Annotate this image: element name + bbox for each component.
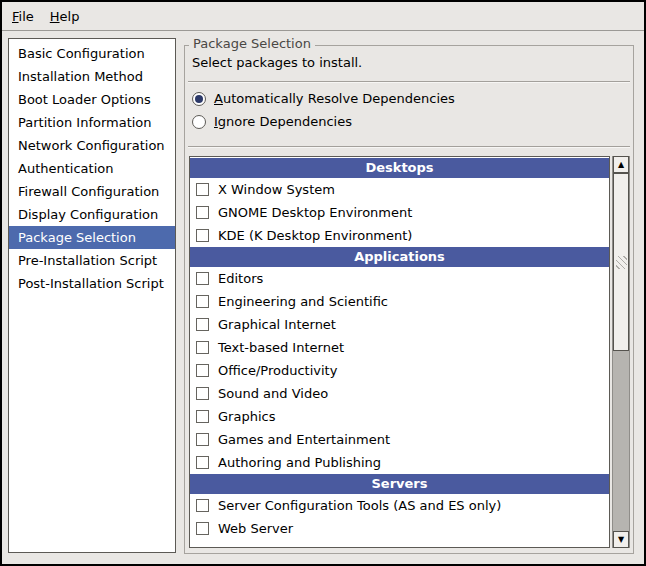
package-label: X Window System — [218, 182, 335, 197]
package-row-sound-and-video[interactable]: Sound and Video — [190, 382, 609, 405]
checkbox[interactable] — [196, 206, 209, 219]
checkbox[interactable] — [196, 364, 209, 377]
section-list: Basic ConfigurationInstallation MethodBo… — [8, 38, 176, 553]
sidebar-item-network-configuration[interactable]: Network Configuration — [9, 134, 175, 157]
package-label: Graphics — [218, 409, 275, 424]
scrollbar-grip-icon — [616, 256, 627, 269]
checkbox[interactable] — [196, 456, 209, 469]
sidebar-item-installation-method[interactable]: Installation Method — [9, 65, 175, 88]
checkbox[interactable] — [196, 387, 209, 400]
package-label: Graphical Internet — [218, 317, 336, 332]
package-row-games-and-entertainment[interactable]: Games and Entertainment — [190, 428, 609, 451]
package-label: Server Configuration Tools (AS and ES on… — [218, 498, 501, 513]
checkbox[interactable] — [196, 522, 209, 535]
frame-title: Package Selection — [189, 36, 315, 51]
arrow-up-icon: ▲ — [618, 161, 624, 169]
radio-button-icon[interactable] — [192, 115, 206, 129]
package-label: Games and Entertainment — [218, 432, 390, 447]
sidebar-item-pre-installation-script[interactable]: Pre-Installation Script — [9, 249, 175, 272]
package-list-scrollbar[interactable]: ▲ ▼ — [612, 156, 630, 548]
package-label: KDE (K Desktop Environment) — [218, 228, 412, 243]
checkbox[interactable] — [196, 433, 209, 446]
checkbox[interactable] — [196, 499, 209, 512]
menu-item-help[interactable]: Help — [42, 4, 88, 29]
radio-ignore-dependencies[interactable]: Ignore Dependencies — [192, 113, 352, 130]
radio-automatically-resolve-dependencies[interactable]: Automatically Resolve Dependencies — [192, 90, 455, 107]
sidebar-item-firewall-configuration[interactable]: Firewall Configuration — [9, 180, 175, 203]
package-label: Text-based Internet — [218, 340, 344, 355]
sidebar-item-basic-configuration[interactable]: Basic Configuration — [9, 42, 175, 65]
package-row-graphics[interactable]: Graphics — [190, 405, 609, 428]
checkbox[interactable] — [196, 318, 209, 331]
checkbox[interactable] — [196, 183, 209, 196]
menubar: FileHelp — [2, 2, 644, 31]
checkbox[interactable] — [196, 229, 209, 242]
sidebar-item-partition-information[interactable]: Partition Information — [9, 111, 175, 134]
package-row-gnome-desktop-environment[interactable]: GNOME Desktop Environment — [190, 201, 609, 224]
package-row-authoring-and-publishing[interactable]: Authoring and Publishing — [190, 451, 609, 474]
package-label: Web Server — [218, 521, 293, 536]
scroll-up-button[interactable]: ▲ — [613, 156, 629, 173]
package-selection-frame: Package Selection Select packages to ins… — [184, 45, 634, 554]
radio-button-icon[interactable] — [192, 92, 206, 106]
scroll-down-button[interactable]: ▼ — [613, 531, 629, 548]
separator — [188, 81, 630, 83]
checkbox[interactable] — [196, 410, 209, 423]
packages-description: Select packages to install. — [192, 55, 362, 70]
package-list-area: DesktopsX Window SystemGNOME Desktop Env… — [189, 156, 630, 548]
sidebar-item-boot-loader-options[interactable]: Boot Loader Options — [9, 88, 175, 111]
package-row-x-window-system[interactable]: X Window System — [190, 178, 609, 201]
group-header-servers: Servers — [190, 474, 609, 494]
package-row-graphical-internet[interactable]: Graphical Internet — [190, 313, 609, 336]
radio-label: Ignore Dependencies — [214, 114, 352, 129]
scrollbar-thumb[interactable] — [613, 173, 629, 351]
kickstart-configurator-window: FileHelp Basic ConfigurationInstallation… — [0, 0, 646, 566]
radio-label: Automatically Resolve Dependencies — [214, 91, 455, 106]
sidebar-item-package-selection[interactable]: Package Selection — [9, 226, 175, 249]
package-label: Engineering and Scientific — [218, 294, 388, 309]
package-label: Editors — [218, 271, 263, 286]
checkbox[interactable] — [196, 295, 209, 308]
package-label: Authoring and Publishing — [218, 455, 381, 470]
package-row-web-server[interactable]: Web Server — [190, 517, 609, 540]
group-header-applications: Applications — [190, 247, 609, 267]
arrow-down-icon: ▼ — [618, 536, 624, 544]
package-row-kde-k-desktop-environment[interactable]: KDE (K Desktop Environment) — [190, 224, 609, 247]
package-label: Office/Productivity — [218, 363, 337, 378]
package-label: Sound and Video — [218, 386, 328, 401]
sidebar-item-post-installation-script[interactable]: Post-Installation Script — [9, 272, 175, 295]
separator — [188, 146, 630, 148]
sidebar-item-display-configuration[interactable]: Display Configuration — [9, 203, 175, 226]
package-row-editors[interactable]: Editors — [190, 267, 609, 290]
checkbox[interactable] — [196, 341, 209, 354]
package-list: DesktopsX Window SystemGNOME Desktop Env… — [189, 156, 610, 548]
sidebar-item-authentication[interactable]: Authentication — [9, 157, 175, 180]
menu-item-file[interactable]: File — [4, 4, 42, 29]
package-row-text-based-internet[interactable]: Text-based Internet — [190, 336, 609, 359]
group-header-desktops: Desktops — [190, 158, 609, 178]
package-label: GNOME Desktop Environment — [218, 205, 412, 220]
package-row-engineering-and-scientific[interactable]: Engineering and Scientific — [190, 290, 609, 313]
checkbox[interactable] — [196, 272, 209, 285]
package-row-server-configuration-tools-as-and-es-only[interactable]: Server Configuration Tools (AS and ES on… — [190, 494, 609, 517]
package-row-office-productivity[interactable]: Office/Productivity — [190, 359, 609, 382]
